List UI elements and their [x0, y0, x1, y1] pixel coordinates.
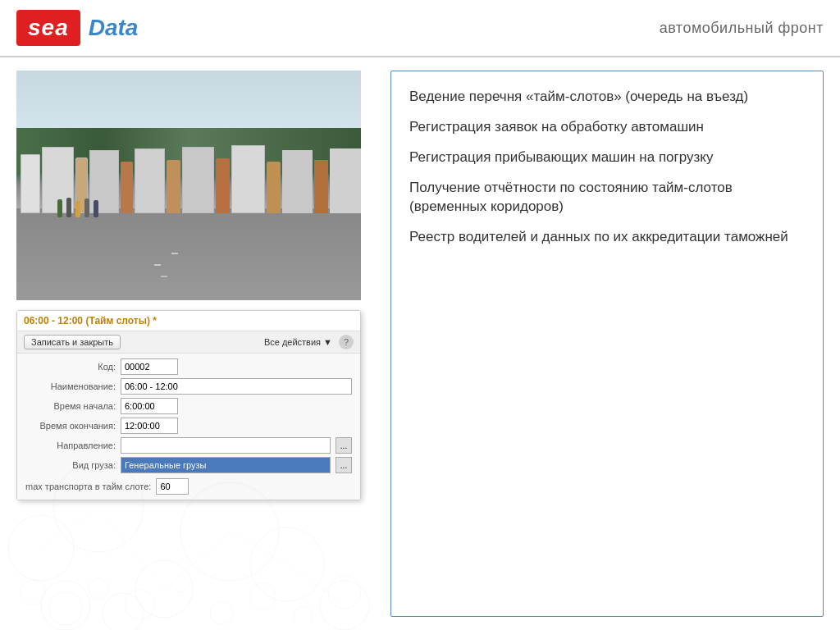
svg-point-7 — [294, 607, 313, 625]
form-input-max[interactable] — [156, 478, 189, 495]
form-row-name: Наименование: — [25, 378, 352, 395]
main-content: 06:00 - 12:00 (Тайм слоты) * Записать и … — [0, 57, 840, 630]
form-label-max: max транспорта в тайм слоте: — [25, 482, 151, 491]
form-input-cargo[interactable] — [121, 457, 331, 473]
svg-point-0 — [21, 580, 45, 605]
form-row-direction: Направление: ... — [25, 437, 352, 454]
form-screenshot: 06:00 - 12:00 (Тайм слоты) * Записать и … — [16, 310, 361, 500]
form-label-name: Наименование: — [25, 381, 116, 391]
svg-point-3 — [125, 590, 154, 619]
form-label-start: Время начала: — [25, 401, 116, 411]
page-title: автомобильный фронт — [660, 20, 824, 37]
svg-point-8 — [328, 576, 361, 609]
svg-point-4 — [172, 576, 189, 592]
form-title: 06:00 - 12:00 (Тайм слоты) * — [17, 311, 360, 331]
form-input-direction[interactable] — [121, 437, 331, 454]
form-help-button[interactable]: ? — [339, 335, 354, 349]
form-toolbar: Записать и закрыть Все действия ▼ ? — [17, 331, 360, 354]
form-input-end[interactable] — [121, 418, 178, 434]
form-dots-cargo[interactable]: ... — [336, 457, 352, 473]
form-input-kod[interactable] — [121, 358, 178, 375]
svg-point-6 — [249, 583, 276, 609]
save-close-button[interactable]: Записать и закрыть — [24, 335, 121, 349]
feature-item-3: Регистрация прибывающих машин на погрузк… — [409, 148, 805, 167]
logo-data: Data — [80, 10, 147, 46]
svg-point-1 — [49, 592, 82, 625]
form-dots-direction[interactable]: ... — [336, 437, 352, 454]
form-body: Код: Наименование: Время начала: Время о… — [17, 354, 360, 500]
form-label-end: Время окончания: — [25, 421, 116, 431]
left-column: 06:00 - 12:00 (Тайм слоты) * Записать и … — [16, 71, 377, 617]
form-label-kod: Код: — [25, 362, 116, 372]
feature-item-4: Получение отчётности по состоянию тайм-с… — [409, 179, 805, 217]
tech-bg-pattern — [16, 576, 377, 625]
form-label-direction: Направление: — [25, 441, 116, 450]
form-input-name[interactable] — [121, 378, 352, 395]
form-input-start[interactable] — [121, 398, 178, 414]
form-row-end: Время окончания: — [25, 418, 352, 434]
svg-point-2 — [89, 578, 108, 598]
form-row-kod: Код: — [25, 358, 352, 375]
feature-item-1: Ведение перечня «тайм-слотов» (очередь н… — [409, 88, 805, 107]
header: sea Data автомобильный фронт — [0, 0, 840, 57]
logo-sea: sea — [16, 10, 80, 46]
form-row-max: max транспорта в тайм слоте: — [25, 478, 352, 495]
truck-photo — [16, 71, 361, 300]
form-label-cargo: Вид груза: — [25, 460, 116, 470]
logo: sea Data — [16, 10, 146, 46]
form-row-start: Время начала: — [25, 398, 352, 414]
form-actions-dropdown[interactable]: Все действия ▼ — [264, 337, 332, 347]
svg-point-5 — [210, 601, 233, 624]
feature-item-2: Регистрация заявок на обработку автомаши… — [409, 118, 805, 137]
right-column: Ведение перечня «тайм-слотов» (очередь н… — [390, 71, 824, 617]
road — [16, 208, 361, 300]
form-row-cargo: Вид груза: ... — [25, 457, 352, 473]
feature-item-5: Реестр водителей и данных по их аккредит… — [409, 228, 805, 247]
